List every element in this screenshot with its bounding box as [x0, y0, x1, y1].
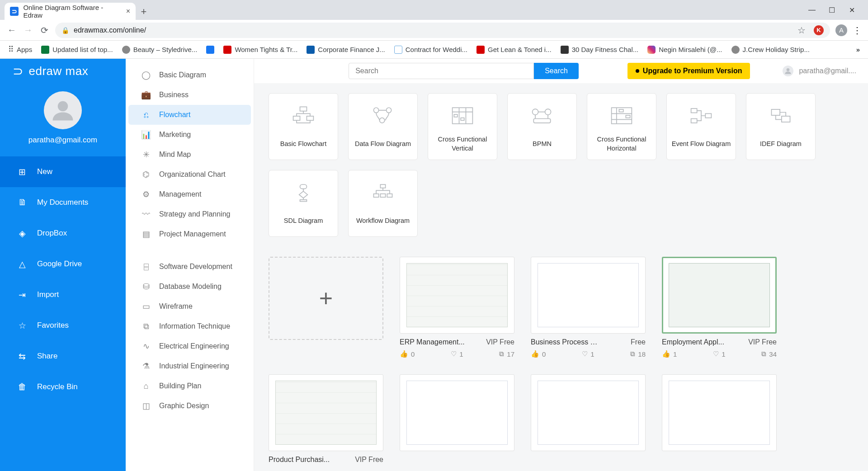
svg-rect-25 — [380, 184, 385, 188]
gallery-card[interactable]: Product Purchasi... VIP Free — [269, 374, 383, 467]
bookmark-apps[interactable]: ⠿Apps — [8, 45, 32, 54]
cat-project-mgmt[interactable]: ▤Project Management — [128, 224, 251, 244]
likes-stat[interactable]: 👍1 — [662, 350, 677, 358]
new-blank-card[interactable]: + — [269, 257, 383, 358]
bookmark-item[interactable]: Get Lean & Toned i... — [476, 46, 552, 54]
hearts-stat[interactable]: ♡1 — [713, 350, 725, 358]
bookmark-item[interactable]: J.Crew Holiday Strip... — [731, 46, 810, 54]
stat-value: 1 — [590, 350, 594, 358]
nav-new[interactable]: ⊞New — [0, 156, 126, 187]
profile-avatar-icon[interactable]: A — [835, 24, 847, 36]
svg-rect-20 — [771, 109, 780, 115]
template-card[interactable]: SDL Diagram — [269, 170, 338, 237]
gallery-card[interactable] — [662, 374, 777, 467]
template-card[interactable]: Cross Functional Horizontal — [587, 93, 656, 160]
cat-building-plan[interactable]: ⌂Building Plan — [128, 376, 251, 396]
copies-stat[interactable]: ⧉18 — [630, 350, 646, 358]
bookmark-item[interactable]: 30 Day Fitness Chal... — [561, 46, 639, 54]
browser-tab[interactable]: ⊃ Online Diagram Software - Edraw × — [5, 3, 136, 20]
gallery-card[interactable] — [400, 374, 514, 467]
window-close-icon[interactable]: ✕ — [848, 6, 855, 14]
cat-business[interactable]: 💼Business — [128, 85, 251, 105]
svg-rect-15 — [619, 109, 623, 112]
bookmark-item[interactable]: Negin Mirsalehi (@... — [647, 46, 722, 54]
bookmark-label: Updated list of top... — [52, 46, 113, 53]
avatar[interactable] — [44, 91, 82, 129]
cat-mind-map[interactable]: ✳Mind Map — [128, 145, 251, 165]
nav-google-drive[interactable]: △Google Drive — [0, 249, 126, 279]
bookmark-item[interactable]: Contract for Weddi... — [394, 46, 467, 54]
template-card[interactable]: Basic Flowchart — [269, 93, 338, 160]
extension-k-icon[interactable]: K — [814, 25, 824, 35]
cat-management[interactable]: ⚙Management — [128, 184, 251, 204]
search-input[interactable] — [349, 63, 534, 79]
template-card[interactable]: Workflow Diagram — [348, 170, 418, 237]
address-bar[interactable]: 🔒 edrawmax.com/online/ ☆ K — [55, 23, 830, 38]
nav-import[interactable]: ⇥Import — [0, 279, 126, 310]
svg-rect-2 — [300, 107, 307, 111]
hearts-stat[interactable]: ♡1 — [582, 350, 594, 358]
window-maximize-icon[interactable]: ☐ — [828, 6, 835, 14]
tab-close-icon[interactable]: × — [126, 7, 130, 15]
back-button[interactable]: ← — [6, 25, 17, 36]
template-card[interactable]: IDEF Diagram — [746, 93, 816, 160]
bookmark-star-icon[interactable]: ☆ — [797, 25, 806, 36]
app-logo[interactable]: ⊃ edraw max — [0, 59, 126, 83]
cat-org-chart[interactable]: ⌬Organizational Chart — [128, 165, 251, 184]
cat-database[interactable]: ⛁Database Modeling — [128, 277, 251, 297]
search-button[interactable]: Search — [534, 63, 579, 79]
hearts-stat[interactable]: ♡1 — [451, 350, 463, 358]
copies-stat[interactable]: ⧉34 — [761, 350, 777, 358]
nav-recycle-bin[interactable]: 🗑Recycle Bin — [0, 372, 126, 402]
bookmark-item[interactable] — [206, 46, 214, 54]
likes-stat[interactable]: 👍0 — [400, 350, 415, 358]
reload-button[interactable]: ⟳ — [39, 25, 50, 36]
cat-strategy[interactable]: 〰Strategy and Planning — [128, 204, 251, 224]
bookmark-item[interactable]: Women Tights & Tr... — [223, 46, 297, 54]
topbar-user[interactable]: paratha@gmail.... — [783, 66, 856, 76]
nav-label: Recycle Bin — [37, 382, 78, 391]
likes-stat[interactable]: 👍0 — [531, 350, 546, 358]
nav-my-documents[interactable]: 🗎My Documents — [0, 187, 126, 218]
upgrade-button[interactable]: Upgrade to Premium Version — [627, 63, 750, 79]
gallery-card[interactable]: ERP Management... VIP Free 👍0 ♡1 ⧉17 — [400, 257, 514, 358]
cat-basic-diagram[interactable]: ◯Basic Diagram — [128, 65, 251, 85]
nav-favorites[interactable]: ☆Favorites — [0, 310, 126, 341]
new-tab-button[interactable]: + — [136, 4, 152, 20]
cat-wireframe[interactable]: ▭Wireframe — [128, 297, 251, 316]
template-card[interactable]: BPMN — [507, 93, 577, 160]
template-card[interactable]: Data Flow Diagram — [348, 93, 418, 160]
bookmark-label: J.Crew Holiday Strip... — [743, 46, 810, 53]
window-minimize-icon[interactable]: — — [808, 6, 816, 14]
gallery-card[interactable]: Business Process Mo... Free 👍0 ♡1 ⧉18 — [531, 257, 646, 358]
svg-point-7 — [380, 118, 385, 123]
gallery-card[interactable]: Employment Appl... VIP Free 👍1 ♡1 ⧉34 — [662, 257, 777, 358]
bookmarks-overflow-icon[interactable]: » — [856, 46, 860, 53]
cat-graphic-design[interactable]: ◫Graphic Design — [128, 396, 251, 416]
bookmark-label: Contract for Weddi... — [406, 46, 467, 53]
bookmark-item[interactable]: Updated list of top... — [41, 46, 113, 54]
bookmark-item[interactable]: Beauty – Styledrive... — [122, 46, 198, 54]
cat-industrial[interactable]: ⚗Industrial Engineering — [128, 356, 251, 376]
bookmark-label: Corporate Finance J... — [318, 46, 385, 53]
cat-info-technique[interactable]: ⧉Information Technique — [128, 316, 251, 336]
cat-flowchart[interactable]: ⎌Flowchart — [128, 105, 251, 125]
svg-rect-22 — [300, 184, 307, 188]
template-card[interactable]: Event Flow Diagram — [666, 93, 736, 160]
cat-marketing[interactable]: 📊Marketing — [128, 125, 251, 145]
bookmark-label: 30 Day Fitness Chal... — [572, 46, 639, 53]
dot-icon — [636, 69, 639, 73]
bookmark-label: Women Tights & Tr... — [235, 46, 297, 53]
forward-button[interactable]: → — [23, 25, 33, 36]
copies-stat[interactable]: ⧉17 — [499, 350, 514, 358]
facebook-icon — [206, 46, 214, 54]
cat-electrical[interactable]: ∿Electrical Engineering — [128, 336, 251, 356]
nav-share[interactable]: ⇆Share — [0, 341, 126, 372]
browser-menu-icon[interactable]: ⋮ — [853, 25, 862, 36]
svg-rect-3 — [293, 116, 300, 120]
bookmark-item[interactable]: Corporate Finance J... — [307, 46, 385, 54]
cat-software-dev[interactable]: ⌸Software Development — [128, 257, 251, 277]
gallery-card[interactable] — [531, 374, 646, 467]
nav-dropbox[interactable]: ◈DropBox — [0, 218, 126, 249]
template-card[interactable]: Cross Functional Vertical — [428, 93, 497, 160]
